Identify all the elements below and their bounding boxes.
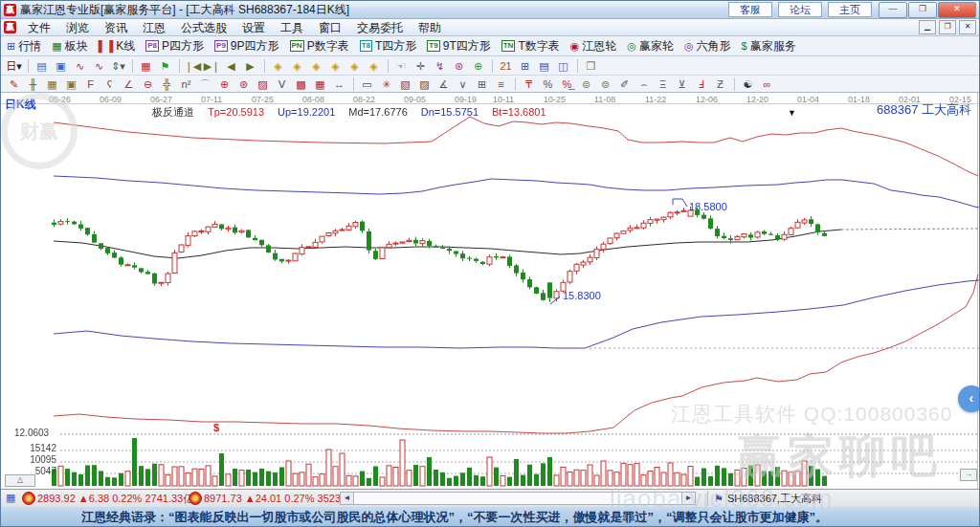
level-lines-icon[interactable]: ╫ [24,77,42,92]
crosshair-tool-icon[interactable]: ✛ [412,58,430,74]
flag-icon[interactable]: ⚑ [156,58,174,74]
wave-count-icon[interactable]: Ⅴ [273,77,291,92]
scale-dropdown[interactable]: ⇕▾ [109,58,127,74]
prev-bar-icon[interactable]: ◀ [222,58,240,74]
kline-chart-canvas[interactable] [1,93,980,489]
red-grid-icon[interactable]: ▩ [292,77,310,92]
mdi-minimize-button[interactable]: ▁ [919,20,936,34]
mdi-close-button[interactable]: ✕ [959,20,976,34]
menu-item-9[interactable]: 帮助 [411,19,449,36]
gann-badge-icon[interactable]: ⊕ [469,58,487,74]
gann-diamond-3-icon[interactable]: ◈ [307,58,325,74]
toolbar-t-square-button[interactable]: T8T四方形 [358,37,419,55]
infinity-icon[interactable]: ∞ [758,77,776,92]
xi-icon[interactable]: Ξ [654,77,672,92]
toolbar-kline-button[interactable]: ▌▐K线 [97,37,138,55]
first-bar-icon[interactable]: ❘◀ [184,58,202,74]
gann-box-icon[interactable]: ▣ [62,77,80,92]
toolbar-sectors-button[interactable]: ▦板块 [50,37,89,55]
pen-tool-icon[interactable]: ✎ [5,77,23,92]
red-tower-icon[interactable]: ▦ [311,77,329,92]
measure-icon[interactable]: ↔ [330,77,348,92]
gold-section2-icon[interactable]: ⊜ [596,77,614,92]
rays-icon[interactable]: ✳ [377,77,395,92]
close-button[interactable]: ✕ [938,2,976,18]
grid3-icon[interactable]: ⊞ [473,77,491,92]
spiral-icon[interactable]: ʕ [100,77,119,92]
z-line-icon[interactable]: Ƶ [711,77,729,92]
hand-tool-icon[interactable]: ☜ [392,58,411,74]
curve-large-icon[interactable]: ∿ [90,58,108,74]
toolbar-quotes-button[interactable]: ⊞行情 [5,37,43,55]
gann-tag-icon[interactable]: ⊛ [450,58,468,74]
gann-grid-icon[interactable]: ▦ [43,77,61,92]
gann-diamond-1-icon[interactable]: ◈ [269,58,287,74]
forum-button[interactable]: 论坛 [778,2,822,17]
star-tool-icon[interactable]: ⊛ [234,77,253,92]
homepage-button[interactable]: 主页 [828,2,872,17]
toolbar-gann-wheel-button[interactable]: ◉江恩轮 [568,37,619,55]
gann-diamond-2-icon[interactable]: ◈ [288,58,306,74]
rect-select-icon[interactable]: ▭ [358,77,376,92]
n2-tool-icon[interactable]: n² [177,77,195,92]
toolbar-p-table-button[interactable]: PNP数字表 [288,37,351,55]
gann-diamond-5-icon[interactable]: ◈ [345,58,364,74]
scroll-right-mini-button[interactable]: → [960,469,977,481]
current-stock-cell[interactable]: ⚑ SH688367,工大高科 [707,491,977,506]
gold-section-icon[interactable]: ⊜ [577,77,595,92]
calculator-icon[interactable]: ⊞ [516,58,534,74]
angle-tool-icon[interactable]: ∠ [120,77,138,92]
scroll-right-arrow[interactable]: ► [681,493,695,504]
curve-small-icon[interactable]: ∿ [71,58,89,74]
hatch-tool-icon[interactable]: ╬ [158,77,176,92]
arch-icon[interactable]: ⌢ [635,77,653,92]
pattern-icon[interactable]: ▧ [396,77,414,92]
quote-board-icon[interactable]: ▦ [6,492,15,504]
menu-item-2[interactable]: 资讯 [97,19,135,36]
zigzag-tool-icon[interactable]: ↯ [431,58,449,74]
check-icon[interactable]: ∨ [454,77,472,92]
sh-index-quote[interactable]: 2893.92 ▲6.38 0.22% 2741.33亿 [37,492,193,506]
scroll-left-arrow[interactable]: ◄ [341,493,354,504]
toolbar-9p-square-button[interactable]: P99P四方形 [212,37,280,55]
pen2-icon[interactable]: ✐ [615,77,634,92]
t-line-icon[interactable]: ₸ [520,77,538,92]
minimize-button[interactable]: — [879,2,907,18]
toolbar-hexagon-button[interactable]: ◎六角形 [682,37,733,55]
truck-icon[interactable]: ❒ [582,58,600,74]
calendar-icon[interactable]: 21 [497,58,515,74]
box-red-icon[interactable]: ▨ [254,77,272,92]
horizontal-scrollbar[interactable]: ◄ ► [340,492,696,505]
menu-item-1[interactable]: 浏览 [58,19,97,36]
angle2-icon[interactable]: ∡ [434,77,453,92]
gann-diamond-6-icon[interactable]: ◈ [365,58,383,74]
next-bar-icon[interactable]: ▶ [241,58,259,74]
target-tool-icon[interactable]: ⊕ [215,77,234,92]
menu-item-4[interactable]: 公式选股 [173,19,234,36]
notes-icon[interactable]: ▤ [535,58,553,74]
gann-diamond-4-icon[interactable]: ◈ [326,58,345,74]
menu-item-3[interactable]: 江恩 [135,19,173,36]
toolbar-9t-square-button[interactable]: T99T四方形 [425,37,492,55]
menu-item-6[interactable]: 工具 [273,19,311,36]
percent-line-icon[interactable]: %̲ [558,77,576,92]
grid-style-icon[interactable]: ▦ [137,58,155,74]
menu-item-5[interactable]: 设置 [234,19,273,36]
arc-tool-icon[interactable]: ⌒ [196,77,214,92]
toolbar-p-square-button[interactable]: P8P四方形 [144,37,206,55]
taiji-icon[interactable]: ☯ [739,77,757,92]
circle-tool-icon[interactable]: ⊖ [139,77,157,92]
maximize-button[interactable]: ❐ [908,2,937,18]
menu-item-0[interactable]: 文件 [20,19,58,36]
screen-layout-icon[interactable]: ▤ [33,58,51,74]
customer-service-button[interactable]: 客服 [728,2,772,17]
v-icon[interactable]: ⊻ [673,77,691,92]
lines-icon[interactable]: ≡ [492,77,510,92]
shade-icon[interactable]: ▨ [415,77,434,92]
save-icon[interactable]: ◫ [554,58,572,74]
toolbar-winner-service-button[interactable]: $赢家服务 [740,37,798,55]
toolbar-t-table-button[interactable]: TNT数字表 [500,37,562,55]
last-bar-icon[interactable]: ▶❘ [203,58,221,74]
percent-icon[interactable]: % [539,77,557,92]
mdi-restore-button[interactable]: ❐ [939,20,956,34]
